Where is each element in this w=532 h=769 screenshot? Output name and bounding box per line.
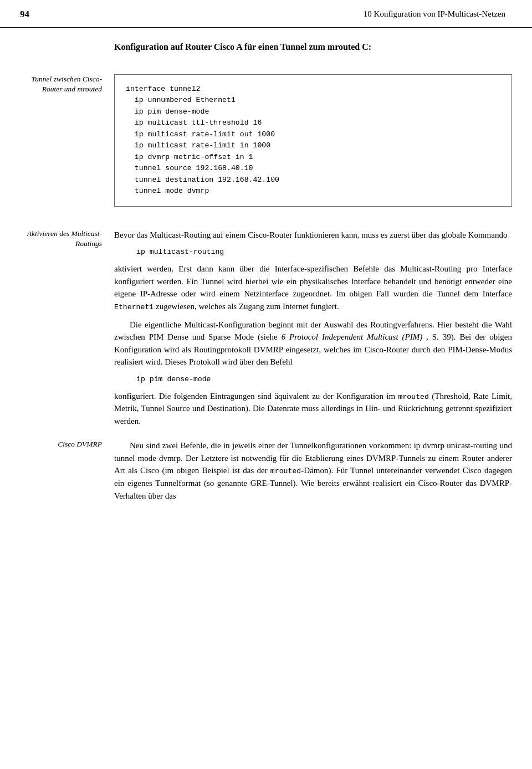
cisco-dvmrp-p1: Neu sind zwei Befehle, die in jeweils ei… bbox=[114, 439, 512, 502]
routing-inline-code: ip multicast-routing bbox=[136, 247, 512, 257]
code-line-3: ip pim dense-mode bbox=[126, 107, 209, 116]
tunnel-label-col: Tunnel zwischen Cisco-Router und mrouted bbox=[20, 74, 114, 222]
section-title-row: Konfiguration auf Router Cisco A für ein… bbox=[20, 41, 512, 63]
page-header: 94 10 Konfiguration von IP-Multicast-Net… bbox=[0, 0, 532, 28]
code-line-5: ip multicast rate-limit out 1000 bbox=[126, 130, 275, 139]
aktivieren-p1-cont: zugewiesen, welches als Zugang zum Inter… bbox=[156, 302, 339, 311]
code-line-1: interface tunnel2 bbox=[126, 85, 201, 93]
section-title: Konfiguration auf Router Cisco A für ein… bbox=[114, 41, 512, 53]
aktivieren-p2: Die eigentliche Multicast-Konfiguration … bbox=[114, 319, 512, 368]
code-line-9: tunnel destination 192.168.42.100 bbox=[126, 176, 279, 184]
code-line-10: tunnel mode dvmrp bbox=[126, 187, 209, 195]
chapter-title: 10 Konfiguration von IP-Multicast-Netzen bbox=[364, 8, 505, 20]
code-line-8: tunnel source 192.168.40.10 bbox=[126, 164, 253, 172]
cisco-dvmrp-text-col: Neu sind zwei Befehle, die in jeweils ei… bbox=[114, 439, 512, 507]
aktivieren-intro-text: Bevor das Multicast-Routing auf einem Ci… bbox=[114, 230, 507, 239]
cisco-dvmrp-label-col: Cisco DVMRP bbox=[20, 439, 114, 507]
aktivieren-margin-label: Aktivieren des Multicast-Routings bbox=[20, 229, 104, 249]
page: 94 10 Konfiguration von IP-Multicast-Net… bbox=[0, 0, 532, 769]
aktivieren-p1-text: aktiviert werden. Erst dann kann über di… bbox=[114, 264, 512, 298]
pim-inline-code: ip pim dense-mode bbox=[136, 374, 512, 384]
aktivieren-p1: aktiviert werden. Erst dann kann über di… bbox=[114, 263, 512, 312]
code-block-col: interface tunnel2 ip unnumbered Ethernet… bbox=[114, 74, 512, 222]
interface-code-block: interface tunnel2 ip unnumbered Ethernet… bbox=[114, 74, 512, 207]
ethernet1-code: Ethernet1 bbox=[114, 303, 154, 311]
code-block-section: Tunnel zwischen Cisco-Router und mrouted… bbox=[20, 74, 512, 222]
page-number: 94 bbox=[20, 8, 29, 22]
code-line-2: ip unnumbered Ethernet1 bbox=[126, 96, 236, 104]
aktivieren-p3-text: konfiguriert. Die folgenden Eintragungen… bbox=[114, 392, 395, 401]
aktivieren-text-col: Bevor das Multicast-Routing auf einem Ci… bbox=[114, 229, 512, 433]
mrouted-daemon-code: mrouted bbox=[270, 467, 301, 475]
cisco-dvmrp-margin-label: Cisco DVMRP bbox=[20, 439, 104, 449]
code-line-6: ip multicast rate-limit in 1000 bbox=[126, 141, 270, 150]
section-title-margin bbox=[20, 41, 114, 63]
section-title-container: Konfiguration auf Router Cisco A für ein… bbox=[114, 41, 512, 63]
code-line-4: ip multicast ttl-threshold 16 bbox=[126, 119, 262, 127]
tunnel-margin-label: Tunnel zwischen Cisco-Router und mrouted bbox=[20, 74, 104, 94]
aktivieren-section: Aktivieren des Multicast-Routings Bevor … bbox=[20, 229, 512, 433]
pim-italic: 6 Protocol Independent Multicast (PIM) bbox=[282, 332, 423, 341]
code-line-7: ip dvmrp metric-offset in 1 bbox=[126, 153, 253, 161]
aktivieren-p3: konfiguriert. Die folgenden Eintragungen… bbox=[114, 390, 512, 428]
top-section: Konfiguration auf Router Cisco A für ein… bbox=[0, 41, 532, 508]
cisco-dvmrp-section: Cisco DVMRP Neu sind zwei Befehle, die i… bbox=[20, 439, 512, 507]
mrouted-code: mrouted bbox=[398, 393, 429, 401]
aktivieren-label-col: Aktivieren des Multicast-Routings bbox=[20, 229, 114, 433]
aktivieren-intro-para: Bevor das Multicast-Routing auf einem Ci… bbox=[114, 229, 512, 242]
